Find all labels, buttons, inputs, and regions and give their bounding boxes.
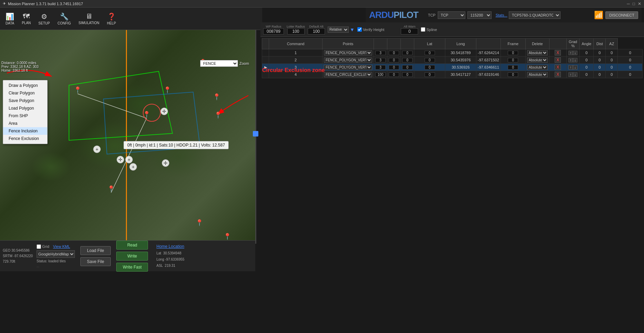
- p2-input[interactable]: [402, 72, 413, 77]
- move-down-button[interactable]: ↓: [573, 58, 577, 62]
- verify-height-checkbox[interactable]: [357, 27, 362, 32]
- map-ctrl-2[interactable]: ✛: [117, 156, 124, 163]
- map-area[interactable]: 📍 📍 📍 📍 📍 📍 📍 📍 📍 + ✛ ✛ + + ✛ Distance: …: [0, 30, 255, 240]
- p3-input[interactable]: [425, 58, 435, 62]
- move-up-button[interactable]: ↑: [568, 51, 573, 55]
- fence-type-select[interactable]: FENCE: [200, 60, 238, 67]
- delete-button[interactable]: X: [555, 64, 561, 70]
- command-select[interactable]: FENCE_POLYGON_VERTE...: [324, 65, 372, 70]
- delete-button[interactable]: X: [555, 50, 561, 56]
- ctx-fence-exclusion[interactable]: Fence Exclusion: [3, 135, 47, 142]
- alt-input[interactable]: [508, 72, 518, 77]
- write-button[interactable]: Write: [116, 252, 148, 261]
- frame-select[interactable]: Absolute: [527, 58, 548, 63]
- move-up-button[interactable]: ↑: [568, 72, 573, 77]
- command-select[interactable]: FENCE_POLYGON_VERTE...: [324, 58, 372, 63]
- alt-input[interactable]: [508, 65, 518, 70]
- panel-resize-handle[interactable]: [253, 131, 258, 137]
- frame-select[interactable]: Absolute: [527, 72, 548, 77]
- baud-select[interactable]: 115200: [467, 11, 492, 19]
- p1-input[interactable]: [389, 65, 399, 70]
- points-input[interactable]: [375, 58, 386, 62]
- ctx-save-polygon[interactable]: Save Polygon: [3, 97, 47, 104]
- menu-simulation[interactable]: 🖥 SIMULATION: [75, 11, 103, 26]
- p3-input[interactable]: [425, 65, 435, 70]
- spline-checkbox[interactable]: [421, 27, 425, 32]
- home-location-title[interactable]: Home Location: [156, 243, 184, 251]
- maximize-btn[interactable]: □: [633, 1, 635, 6]
- load-file-button[interactable]: Load File: [80, 246, 111, 255]
- alt-input[interactable]: [508, 58, 518, 62]
- verify-height-label: Verify Height: [363, 28, 384, 32]
- view-kml-link[interactable]: View KML: [53, 244, 70, 249]
- ctx-load-polygon[interactable]: Load Polygon: [3, 104, 47, 112]
- pin-2[interactable]: 📍: [143, 111, 150, 118]
- relative-select[interactable]: Relative Absolute: [328, 27, 349, 33]
- map-type-select[interactable]: GoogleHybridMap: [37, 250, 75, 258]
- menu-data[interactable]: 📊 DATA: [2, 11, 18, 27]
- move-up-button[interactable]: ↑: [568, 65, 573, 70]
- map-ctrl-4[interactable]: +: [129, 163, 137, 171]
- default-alt-input[interactable]: [308, 28, 325, 34]
- frame-select[interactable]: Absolute: [527, 50, 548, 56]
- command-select[interactable]: FENCE_POLYGON_VERTE...: [324, 50, 372, 56]
- p2-input[interactable]: [402, 65, 413, 70]
- alt-warn-input[interactable]: [401, 28, 418, 34]
- write-fast-button[interactable]: Write Fast: [116, 263, 148, 272]
- read-button[interactable]: Read: [116, 241, 148, 250]
- ctx-from-shp[interactable]: From SHP: [3, 112, 47, 120]
- pin-8[interactable]: 📍: [196, 219, 203, 226]
- move-up-button[interactable]: ↑: [568, 58, 573, 62]
- loiter-radius-input[interactable]: [287, 28, 305, 34]
- menu-plan[interactable]: 🗺 PLAN: [18, 11, 34, 26]
- menu-setup[interactable]: ⚙ SETUP: [35, 11, 53, 27]
- points-input[interactable]: [375, 65, 386, 70]
- tcp-select[interactable]: TCP: [438, 11, 465, 19]
- angle-value: 0: [594, 57, 606, 64]
- ctx-fence-inclusion[interactable]: Fence Inclusion: [3, 127, 47, 135]
- dist-value: 0: [606, 57, 618, 64]
- delete-button[interactable]: X: [555, 72, 561, 77]
- alt-input[interactable]: [508, 51, 518, 55]
- ctx-clear-polygon[interactable]: Clear Polygon: [3, 89, 47, 97]
- p1-input[interactable]: [389, 58, 399, 62]
- p1-input[interactable]: [389, 72, 399, 77]
- pin-5[interactable]: 📍: [164, 86, 171, 94]
- pin-4[interactable]: 📍: [214, 111, 222, 119]
- p1-input[interactable]: [389, 51, 399, 55]
- points-input[interactable]: [375, 51, 386, 55]
- titlebar-controls[interactable]: ─ □ ✕: [627, 1, 641, 6]
- ctx-draw-polygon[interactable]: Draw a Polygon: [3, 82, 47, 89]
- pin-1[interactable]: 📍: [74, 86, 81, 94]
- stats-link[interactable]: Stats...: [496, 13, 507, 17]
- minimize-btn[interactable]: ─: [627, 1, 630, 6]
- map-ctrl-1[interactable]: +: [93, 145, 101, 153]
- points-input[interactable]: [375, 72, 386, 77]
- command-select[interactable]: FENCE_CIRCLE_EXCLUSION: [324, 72, 372, 77]
- map-ctrl-crosshair[interactable]: ✛: [160, 108, 168, 115]
- map-ctrl-3[interactable]: +: [125, 156, 133, 163]
- close-btn[interactable]: ✕: [638, 1, 641, 6]
- save-file-button[interactable]: Save File: [80, 257, 111, 266]
- move-down-button[interactable]: ↓: [573, 72, 577, 77]
- p2-input[interactable]: [402, 51, 413, 55]
- disconnect-button[interactable]: DISCONNECT: [605, 11, 638, 19]
- move-down-button[interactable]: ↓: [573, 51, 577, 55]
- map-ctrl-5[interactable]: ✛: [162, 159, 169, 167]
- p2-input[interactable]: [402, 58, 413, 62]
- device-select[interactable]: TCP5760-1:QUADROTOR: [509, 11, 561, 19]
- p3-input[interactable]: [425, 72, 435, 77]
- menu-help[interactable]: ❓ HELP: [103, 11, 119, 27]
- pin-9[interactable]: 📍: [224, 233, 231, 240]
- ctx-area[interactable]: Area: [3, 120, 47, 127]
- grid-checkbox[interactable]: [37, 244, 41, 249]
- menu-config[interactable]: 🔧 CONFIG: [54, 11, 75, 27]
- move-down-button[interactable]: ↓: [573, 65, 577, 70]
- pin-3[interactable]: 📍: [107, 185, 115, 193]
- p3-input[interactable]: [425, 51, 435, 55]
- delete-button[interactable]: X: [555, 57, 561, 63]
- wp-radius-input[interactable]: [263, 28, 284, 34]
- frame-select[interactable]: Absolute: [527, 65, 548, 70]
- relative-dropdown-icon[interactable]: ▼: [350, 27, 355, 32]
- pin-7[interactable]: 📍: [213, 93, 220, 101]
